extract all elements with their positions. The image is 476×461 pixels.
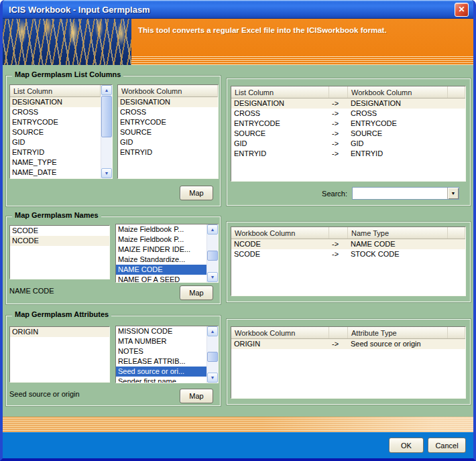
list-item[interactable]: Maize Fieldbook P... [116, 235, 206, 245]
scroll-up-icon: ▲ [211, 227, 215, 232]
attributes-source-listbox[interactable]: ORIGIN [9, 326, 110, 383]
list-item[interactable]: MTA NUMBER [116, 336, 206, 346]
vertical-scrollbar[interactable]: ▲ ▼ [206, 326, 218, 383]
column-header[interactable] [329, 86, 348, 98]
column-header[interactable]: Name Type [348, 227, 448, 239]
names-mapping-table[interactable]: Workbook ColumnName Type NCODE -> NAME C… [231, 226, 466, 296]
map-names-button[interactable]: Map [180, 285, 213, 300]
names-source-listbox[interactable]: SCODENCODE [9, 225, 110, 279]
close-button[interactable]: ✕ [455, 3, 469, 17]
column-header[interactable] [448, 86, 465, 98]
list-item[interactable]: SOURCE [10, 127, 101, 137]
mapping-arrow: -> [329, 139, 348, 149]
list-item[interactable]: NAME OF A SEED [116, 275, 206, 282]
scrollbar-thumb[interactable] [207, 352, 218, 362]
list-column-header[interactable]: List Column [10, 85, 101, 97]
column-header[interactable] [329, 227, 348, 239]
attributes-mapping-table[interactable]: Workbook ColumnAttribute Type ORIGIN -> … [231, 326, 466, 399]
column-header[interactable]: List Column [231, 86, 329, 98]
list-item[interactable]: MAIZE FINDER IDE... [116, 245, 206, 255]
group-attributes-title: Map Germplasm Attributes [12, 310, 111, 319]
scrollbar-thumb[interactable] [101, 96, 112, 137]
column-header[interactable] [448, 327, 465, 338]
scrollbar-track[interactable] [207, 336, 218, 373]
list-item[interactable]: SCODE [10, 226, 109, 236]
dialog-window: ICIS Workbook - Input Germplasm ✕ This t… [0, 0, 476, 461]
scroll-down-button[interactable]: ▼ [207, 272, 218, 282]
scroll-down-button[interactable]: ▼ [101, 168, 112, 178]
scrollbar-thumb[interactable] [207, 251, 218, 261]
name-type-rows: Maize Fieldbook P...Maize Fieldbook P...… [116, 224, 206, 282]
mapping-from: NCODE [231, 239, 329, 249]
mapping-row[interactable]: ENTRYID -> ENTRYID [231, 149, 465, 159]
list-item[interactable]: Maize Standardize... [116, 255, 206, 265]
mapping-row[interactable]: SCODE -> STOCK CODE [231, 249, 465, 259]
list-item[interactable]: NAME CODE [116, 265, 206, 275]
list-item[interactable]: NCODE [10, 236, 109, 246]
mapping-from: SCODE [231, 249, 329, 259]
column-header[interactable]: Workbook Column [231, 327, 329, 338]
vertical-scrollbar[interactable]: ▲ ▼ [101, 85, 112, 178]
mapping-row[interactable]: ENTRYCODE -> ENTRYCODE [231, 119, 465, 129]
scroll-down-button[interactable]: ▼ [207, 373, 218, 383]
list-item[interactable]: CROSS [10, 107, 101, 117]
list-item[interactable]: Sender first name [116, 377, 206, 383]
search-combobox[interactable]: ▼ [352, 187, 459, 200]
list-item[interactable]: SOURCE [118, 127, 218, 137]
mapping-row[interactable]: GID -> GID [231, 139, 465, 149]
mapping-to: CROSS [348, 109, 448, 119]
list-item[interactable]: RELEASE ATTRIB... [116, 356, 206, 367]
scroll-up-button[interactable]: ▲ [101, 85, 112, 95]
mapping-to: SOURCE [348, 129, 448, 139]
workbook-column-listview[interactable]: Workbook Column DESIGNATIONCROSSENTRYCOD… [117, 84, 219, 179]
vertical-scrollbar[interactable]: ▲ ▼ [206, 224, 218, 282]
column-header[interactable] [448, 227, 465, 239]
scrollbar-track[interactable] [101, 95, 112, 168]
attribute-type-listbox[interactable]: MISSION CODEMTA NUMBERNOTESRELEASE ATTRI… [115, 326, 219, 383]
scrollbar-track[interactable] [207, 235, 218, 272]
list-item[interactable]: ENTRYID [118, 147, 218, 157]
list-columns-mapping-table[interactable]: List ColumnWorkbook Column DESIGNATION -… [231, 86, 466, 182]
workbook-column-header[interactable]: Workbook Column [118, 85, 218, 97]
list-item[interactable]: GID [10, 137, 101, 147]
map-list-columns-button[interactable]: Map [180, 186, 213, 200]
scroll-up-button[interactable]: ▲ [207, 224, 218, 235]
column-header[interactable]: Workbook Column [231, 227, 329, 239]
ok-button[interactable]: OK [389, 438, 424, 453]
list-item[interactable]: MISSION CODE [116, 326, 206, 336]
list-item[interactable]: Maize Fieldbook P... [116, 224, 206, 235]
list-item[interactable]: CROSS [118, 107, 218, 117]
list-column-listview[interactable]: List Column DESIGNATIONCROSSENTRYCODESOU… [9, 84, 113, 179]
mapping-row[interactable]: NCODE -> NAME CODE [231, 239, 465, 249]
list-item[interactable]: ENTRYCODE [10, 117, 101, 127]
mapping-row[interactable]: SOURCE -> SOURCE [231, 129, 465, 139]
title-bar[interactable]: ICIS Workbook - Input Germplasm ✕ [3, 0, 473, 19]
list-item[interactable]: ENTRYCODE [118, 117, 218, 127]
dropdown-button[interactable]: ▼ [447, 188, 459, 199]
search-input[interactable] [353, 188, 447, 199]
mapping-row[interactable]: ORIGIN -> Seed source or origin [231, 339, 465, 349]
list-item[interactable]: ORIGIN [10, 327, 109, 337]
column-header[interactable]: Attribute Type [348, 327, 448, 338]
list-item[interactable]: DESIGNATION [10, 97, 101, 107]
scroll-up-button[interactable]: ▲ [207, 326, 218, 336]
window-title: ICIS Workbook - Input Germplasm [9, 5, 455, 15]
list-item[interactable]: ENTRYID [10, 147, 101, 157]
map-attributes-button[interactable]: Map [180, 389, 213, 403]
list-item[interactable]: NOTES [116, 346, 206, 356]
list-item[interactable]: NAME_DATE [10, 168, 101, 178]
mapping-from: CROSS [231, 109, 329, 119]
list-item[interactable]: NAME_TYPE [10, 157, 101, 168]
cancel-button[interactable]: Cancel [428, 438, 466, 453]
mapping-from: GID [231, 139, 329, 149]
mapping-row[interactable]: CROSS -> CROSS [231, 109, 465, 119]
list-item[interactable]: DESIGNATION [118, 97, 218, 107]
list-item[interactable]: GID [118, 137, 218, 147]
list-item[interactable]: Seed source or ori... [116, 367, 206, 377]
mapping-table-header-row: Workbook ColumnName Type [231, 227, 465, 239]
banner-message: This tool converts a regular Excel file … [138, 26, 387, 34]
name-type-listbox[interactable]: Maize Fieldbook P...Maize Fieldbook P...… [115, 224, 219, 283]
column-header[interactable]: Workbook Column [348, 86, 448, 98]
mapping-row[interactable]: DESIGNATION -> DESIGNATION [231, 98, 465, 109]
column-header[interactable] [329, 327, 348, 338]
